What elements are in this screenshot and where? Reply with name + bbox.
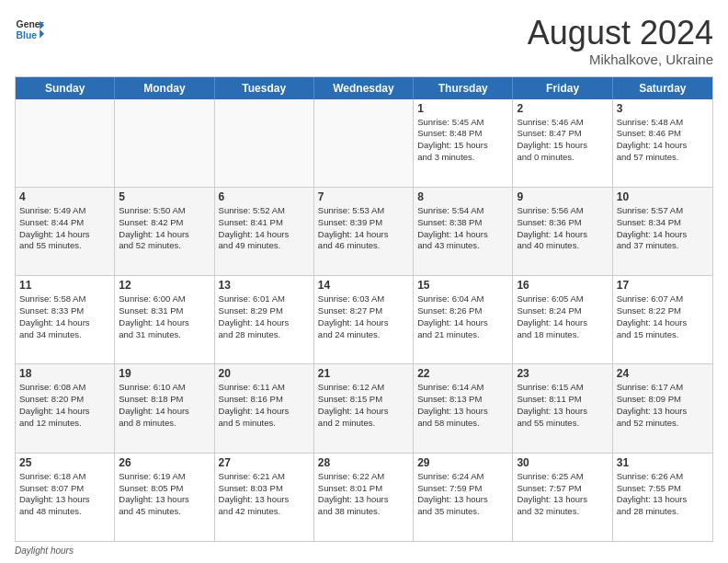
day-number: 18 [19, 367, 110, 380]
day-number: 25 [19, 456, 110, 469]
day-number: 27 [219, 456, 310, 469]
day-number: 11 [19, 279, 110, 292]
day-number: 5 [119, 190, 210, 203]
day-number: 14 [318, 279, 409, 292]
day-info: Sunrise: 5:48 AM Sunset: 8:46 PM Dayligh… [617, 117, 709, 164]
calendar-row: 25Sunrise: 6:18 AM Sunset: 8:07 PM Dayli… [16, 454, 712, 541]
calendar-cell: 24Sunrise: 6:17 AM Sunset: 8:09 PM Dayli… [613, 364, 712, 452]
calendar-cell: 8Sunrise: 5:54 AM Sunset: 8:38 PM Daylig… [414, 188, 513, 275]
calendar-cell: 27Sunrise: 6:21 AM Sunset: 8:03 PM Dayli… [215, 454, 314, 541]
calendar-row: 18Sunrise: 6:08 AM Sunset: 8:20 PM Dayli… [16, 364, 712, 453]
day-info: Sunrise: 5:50 AM Sunset: 8:42 PM Dayligh… [119, 205, 210, 252]
day-info: Sunrise: 5:58 AM Sunset: 8:33 PM Dayligh… [19, 293, 110, 340]
location: Mikhalkove, Ukraine [528, 52, 713, 67]
day-info: Sunrise: 5:52 AM Sunset: 8:41 PM Dayligh… [219, 205, 310, 252]
calendar-body: 1Sunrise: 5:45 AM Sunset: 8:48 PM Daylig… [16, 99, 712, 541]
calendar-cell: 19Sunrise: 6:10 AM Sunset: 8:18 PM Dayli… [115, 364, 214, 452]
day-number: 22 [417, 367, 508, 380]
footer: Daylight hours [15, 546, 713, 556]
calendar-cell: 10Sunrise: 5:57 AM Sunset: 8:34 PM Dayli… [613, 188, 712, 275]
day-info: Sunrise: 5:57 AM Sunset: 8:34 PM Dayligh… [617, 205, 709, 252]
calendar-cell: 11Sunrise: 5:58 AM Sunset: 8:33 PM Dayli… [16, 276, 115, 363]
calendar-cell: 7Sunrise: 5:53 AM Sunset: 8:39 PM Daylig… [314, 188, 414, 275]
day-number: 9 [517, 190, 608, 203]
day-info: Sunrise: 6:14 AM Sunset: 8:13 PM Dayligh… [417, 382, 508, 429]
calendar-cell: 13Sunrise: 6:01 AM Sunset: 8:29 PM Dayli… [215, 276, 314, 363]
day-number: 29 [417, 456, 508, 469]
day-number: 30 [517, 456, 608, 469]
day-info: Sunrise: 6:19 AM Sunset: 8:05 PM Dayligh… [119, 471, 210, 518]
day-number: 1 [417, 102, 508, 115]
day-number: 13 [219, 279, 310, 292]
calendar-cell: 9Sunrise: 5:56 AM Sunset: 8:36 PM Daylig… [513, 188, 612, 275]
month-year: August 2024 [528, 15, 713, 52]
calendar-cell: 22Sunrise: 6:14 AM Sunset: 8:13 PM Dayli… [414, 364, 513, 452]
calendar-cell: 12Sunrise: 6:00 AM Sunset: 8:31 PM Dayli… [115, 276, 214, 363]
calendar-cell: 17Sunrise: 6:07 AM Sunset: 8:22 PM Dayli… [613, 276, 712, 363]
calendar-cell: 3Sunrise: 5:48 AM Sunset: 8:46 PM Daylig… [613, 99, 712, 187]
daylight-hours-label: Daylight hours [15, 546, 74, 556]
day-number: 28 [318, 456, 409, 469]
day-info: Sunrise: 6:22 AM Sunset: 8:01 PM Dayligh… [318, 471, 409, 518]
calendar-cell: 6Sunrise: 5:52 AM Sunset: 8:41 PM Daylig… [215, 188, 314, 275]
calendar-cell: 29Sunrise: 6:24 AM Sunset: 7:59 PM Dayli… [414, 454, 513, 541]
calendar-cell: 20Sunrise: 6:11 AM Sunset: 8:16 PM Dayli… [215, 364, 314, 452]
day-number: 16 [517, 279, 608, 292]
header-tuesday: Tuesday [215, 77, 314, 99]
day-number: 20 [219, 367, 310, 380]
day-info: Sunrise: 5:45 AM Sunset: 8:48 PM Dayligh… [417, 117, 508, 164]
day-info: Sunrise: 6:01 AM Sunset: 8:29 PM Dayligh… [219, 293, 310, 340]
day-info: Sunrise: 6:08 AM Sunset: 8:20 PM Dayligh… [19, 382, 110, 429]
title-block: August 2024 Mikhalkove, Ukraine [528, 15, 713, 67]
calendar-cell: 21Sunrise: 6:12 AM Sunset: 8:15 PM Dayli… [314, 364, 414, 452]
calendar-cell: 16Sunrise: 6:05 AM Sunset: 8:24 PM Dayli… [513, 276, 612, 363]
calendar-cell [314, 99, 414, 187]
calendar-cell [115, 99, 214, 187]
header: General Blue August 2024 Mikhalkove, Ukr… [15, 15, 713, 67]
calendar-row: 1Sunrise: 5:45 AM Sunset: 8:48 PM Daylig… [16, 99, 712, 188]
day-number: 10 [617, 190, 709, 203]
day-number: 15 [417, 279, 508, 292]
day-info: Sunrise: 5:49 AM Sunset: 8:44 PM Dayligh… [19, 205, 110, 252]
calendar-row: 4Sunrise: 5:49 AM Sunset: 8:44 PM Daylig… [16, 188, 712, 276]
calendar-cell: 25Sunrise: 6:18 AM Sunset: 8:07 PM Dayli… [16, 454, 115, 541]
calendar-header: Sunday Monday Tuesday Wednesday Thursday… [16, 77, 712, 99]
calendar-cell: 14Sunrise: 6:03 AM Sunset: 8:27 PM Dayli… [314, 276, 414, 363]
day-number: 2 [517, 102, 608, 115]
header-saturday: Saturday [613, 77, 712, 99]
day-info: Sunrise: 6:11 AM Sunset: 8:16 PM Dayligh… [219, 382, 310, 429]
header-wednesday: Wednesday [314, 77, 414, 99]
day-number: 4 [19, 190, 110, 203]
day-info: Sunrise: 6:26 AM Sunset: 7:55 PM Dayligh… [617, 471, 709, 518]
day-info: Sunrise: 6:21 AM Sunset: 8:03 PM Dayligh… [219, 471, 310, 518]
logo-icon: General Blue [15, 15, 44, 44]
day-info: Sunrise: 6:12 AM Sunset: 8:15 PM Dayligh… [318, 382, 409, 429]
calendar: Sunday Monday Tuesday Wednesday Thursday… [15, 76, 713, 542]
day-info: Sunrise: 6:25 AM Sunset: 7:57 PM Dayligh… [517, 471, 608, 518]
day-info: Sunrise: 5:53 AM Sunset: 8:39 PM Dayligh… [318, 205, 409, 252]
day-info: Sunrise: 6:17 AM Sunset: 8:09 PM Dayligh… [617, 382, 709, 429]
day-number: 24 [617, 367, 709, 380]
day-number: 17 [617, 279, 709, 292]
header-monday: Monday [115, 77, 214, 99]
header-sunday: Sunday [16, 77, 115, 99]
header-friday: Friday [513, 77, 612, 99]
day-info: Sunrise: 5:54 AM Sunset: 8:38 PM Dayligh… [417, 205, 508, 252]
calendar-cell: 26Sunrise: 6:19 AM Sunset: 8:05 PM Dayli… [115, 454, 214, 541]
day-number: 31 [617, 456, 709, 469]
day-number: 8 [417, 190, 508, 203]
day-info: Sunrise: 6:15 AM Sunset: 8:11 PM Dayligh… [517, 382, 608, 429]
calendar-cell: 28Sunrise: 6:22 AM Sunset: 8:01 PM Dayli… [314, 454, 414, 541]
page: General Blue August 2024 Mikhalkove, Ukr… [0, 0, 728, 563]
calendar-cell: 30Sunrise: 6:25 AM Sunset: 7:57 PM Dayli… [513, 454, 612, 541]
day-info: Sunrise: 6:05 AM Sunset: 8:24 PM Dayligh… [517, 293, 608, 340]
day-info: Sunrise: 6:03 AM Sunset: 8:27 PM Dayligh… [318, 293, 409, 340]
header-thursday: Thursday [414, 77, 513, 99]
calendar-cell: 15Sunrise: 6:04 AM Sunset: 8:26 PM Dayli… [414, 276, 513, 363]
day-info: Sunrise: 6:04 AM Sunset: 8:26 PM Dayligh… [417, 293, 508, 340]
day-number: 21 [318, 367, 409, 380]
calendar-cell: 23Sunrise: 6:15 AM Sunset: 8:11 PM Dayli… [513, 364, 612, 452]
day-number: 7 [318, 190, 409, 203]
calendar-cell [215, 99, 314, 187]
day-info: Sunrise: 6:00 AM Sunset: 8:31 PM Dayligh… [119, 293, 210, 340]
